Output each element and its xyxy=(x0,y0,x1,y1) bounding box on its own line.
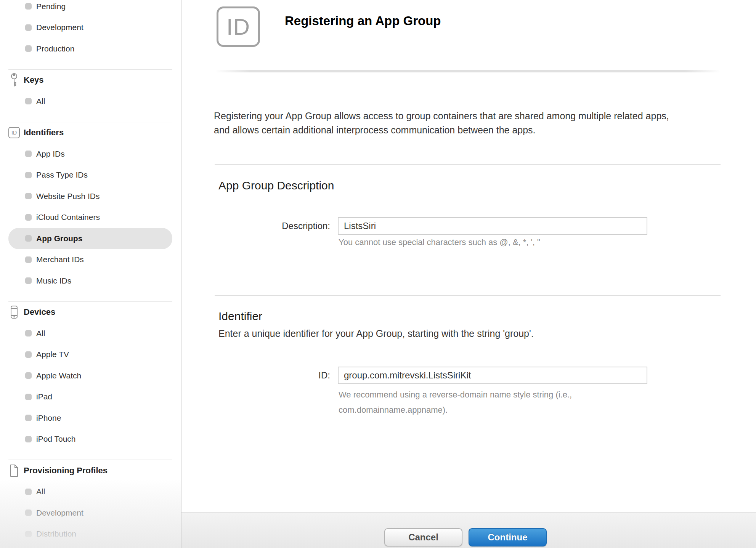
key-icon xyxy=(8,73,20,87)
header-divider xyxy=(215,70,721,72)
bullet-icon xyxy=(25,394,32,400)
sidebar-item-label: Apple Watch xyxy=(25,371,81,380)
bullet-icon xyxy=(25,489,32,495)
sidebar-item-ipod-touch[interactable]: iPod Touch xyxy=(0,429,181,450)
sidebar-item-icloud-containers[interactable]: iCloud Containers xyxy=(0,207,181,228)
sidebar-item-merchant-ids[interactable]: Merchant IDs xyxy=(0,249,181,271)
sidebar-section-identifiers: ID Identifiers xyxy=(0,122,181,144)
cancel-button[interactable]: Cancel xyxy=(384,528,462,546)
sidebar-item-devices-all[interactable]: All xyxy=(0,323,181,344)
sidebar-section-label: Devices xyxy=(24,307,55,317)
description-input[interactable] xyxy=(338,217,647,235)
sidebar-item-production[interactable]: Production xyxy=(0,38,181,59)
section-divider xyxy=(215,295,721,296)
bullet-icon xyxy=(25,235,32,242)
sidebar-item-iphone[interactable]: iPhone xyxy=(0,407,181,429)
sidebar-item-profiles-development[interactable]: Development xyxy=(0,502,181,524)
bullet-icon xyxy=(25,3,32,10)
sidebar-item-label: Development xyxy=(25,23,83,32)
sidebar-item-profiles-distribution[interactable]: Distribution xyxy=(0,524,181,545)
bullet-icon xyxy=(25,351,32,358)
identifier-section-heading: Identifier xyxy=(218,310,262,323)
bullet-icon xyxy=(25,24,32,31)
sidebar-item-label: Development xyxy=(25,508,83,518)
sidebar-item-label: Website Push IDs xyxy=(25,192,100,201)
id-label: ID: xyxy=(181,370,338,381)
sidebar-item-profiles-all[interactable]: All xyxy=(0,481,181,503)
bullet-icon xyxy=(25,415,32,421)
sidebar-item-app-ids[interactable]: App IDs xyxy=(0,143,181,165)
sidebar-item-ipad[interactable]: iPad xyxy=(0,386,181,408)
bullet-icon xyxy=(25,151,32,157)
bullet-icon xyxy=(25,256,32,263)
sidebar-section-label: Keys xyxy=(24,75,44,85)
sidebar-item-label: Distribution xyxy=(25,529,76,538)
sidebar-section-provisioning-profiles: Provisioning Profiles xyxy=(0,460,181,481)
id-icon-text: ID xyxy=(8,127,20,138)
description-section-heading: App Group Description xyxy=(218,179,334,192)
sidebar-item-label: App Groups xyxy=(25,234,82,243)
sidebar-item-website-push-ids[interactable]: Website Push IDs xyxy=(0,186,181,207)
id-icon: ID xyxy=(8,126,20,139)
sidebar-item-label: Apple TV xyxy=(25,350,69,359)
bullet-icon xyxy=(25,214,32,221)
bullet-icon xyxy=(25,436,32,442)
sidebar-section-devices: Devices xyxy=(0,302,181,323)
sidebar-item-app-groups[interactable]: App Groups xyxy=(8,228,172,249)
sidebar-section-label: Identifiers xyxy=(24,128,64,138)
footer-bar: Cancel Continue xyxy=(181,512,756,548)
intro-text: Registering your App Group allows access… xyxy=(214,109,687,137)
id-badge-text: ID xyxy=(226,14,250,40)
sidebar: Pending Development Production Keys All … xyxy=(0,0,181,548)
sidebar-item-development[interactable]: Development xyxy=(0,17,181,38)
sidebar-item-keys-all[interactable]: All xyxy=(0,91,181,112)
id-badge-icon: ID xyxy=(217,6,260,47)
bullet-icon xyxy=(25,531,32,537)
page-title: Registering an App Group xyxy=(285,14,441,28)
sidebar-section-label: Provisioning Profiles xyxy=(24,466,108,476)
sidebar-item-apple-watch[interactable]: Apple Watch xyxy=(0,365,181,386)
id-input[interactable] xyxy=(338,367,647,384)
sidebar-item-label: Pass Type IDs xyxy=(25,170,88,179)
sidebar-item-label: Merchant IDs xyxy=(25,255,84,264)
bullet-icon xyxy=(25,510,32,516)
continue-button[interactable]: Continue xyxy=(469,528,547,546)
sidebar-item-label: iCloud Containers xyxy=(25,213,100,222)
device-icon xyxy=(8,305,20,319)
bullet-icon xyxy=(25,172,32,178)
identifier-subtext: Enter a unique identifier for your App G… xyxy=(218,328,534,339)
description-row: Description: xyxy=(181,217,647,235)
bullet-icon xyxy=(25,330,32,336)
profile-icon xyxy=(8,464,20,477)
sidebar-item-label: Music IDs xyxy=(25,276,71,285)
bullet-icon xyxy=(25,372,32,379)
sidebar-item-pending[interactable]: Pending xyxy=(0,0,181,17)
sidebar-item-label: iPod Touch xyxy=(25,434,76,444)
section-divider xyxy=(215,164,721,165)
sidebar-section-keys: Keys xyxy=(0,70,181,91)
sidebar-item-label: Production xyxy=(25,44,74,53)
sidebar-item-pass-type-ids[interactable]: Pass Type IDs xyxy=(0,165,181,186)
sidebar-list: Pending Development Production Keys All … xyxy=(0,0,181,545)
main-content: ID Registering an App Group Registering … xyxy=(181,0,756,548)
bullet-icon xyxy=(25,98,32,104)
bullet-icon xyxy=(25,45,32,52)
description-note: You cannot use special characters such a… xyxy=(339,237,540,247)
sidebar-item-apple-tv[interactable]: Apple TV xyxy=(0,344,181,365)
bullet-icon xyxy=(25,193,32,199)
id-note: We recommend using a reverse-domain name… xyxy=(339,387,605,418)
bullet-icon xyxy=(25,277,32,284)
sidebar-item-music-ids[interactable]: Music IDs xyxy=(0,270,181,292)
identifier-row: ID: xyxy=(181,367,647,384)
description-label: Description: xyxy=(181,221,338,231)
